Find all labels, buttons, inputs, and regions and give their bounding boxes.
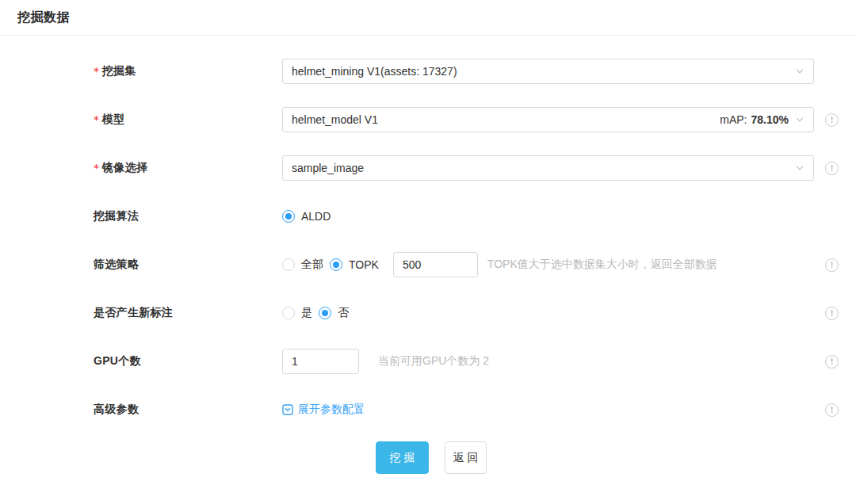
image-select[interactable]: sample_image bbox=[282, 155, 814, 181]
radio-button-icon bbox=[282, 258, 295, 271]
radio-no[interactable]: 否 bbox=[319, 306, 349, 320]
gpu-label: GPU个数 bbox=[94, 354, 282, 368]
form-row-mining-set: * 挖掘集 helmet_mining V1(assets: 17327) bbox=[94, 59, 839, 84]
model-label: * 模型 bbox=[94, 113, 282, 127]
form-row-new-annotation: 是否产生新标注 是 否 ! bbox=[94, 300, 839, 326]
form-row-image-select: * 镜像选择 sample_image ! bbox=[94, 155, 839, 181]
form-row-advanced: 高级参数 展开参数配置 ! bbox=[94, 397, 839, 422]
mining-set-select[interactable]: helmet_mining V1(assets: 17327) bbox=[282, 59, 814, 84]
topk-input[interactable] bbox=[393, 252, 478, 277]
radio-aldd[interactable]: ALDD bbox=[282, 210, 331, 223]
info-icon[interactable]: ! bbox=[825, 113, 839, 127]
radio-button-icon bbox=[282, 307, 295, 319]
required-mark: * bbox=[94, 65, 99, 78]
required-mark: * bbox=[94, 162, 99, 174]
map-value: 78.10% bbox=[751, 113, 789, 126]
model-value: helmet_model V1 bbox=[292, 113, 720, 126]
radio-button-icon bbox=[330, 258, 342, 271]
required-mark: * bbox=[94, 113, 99, 126]
expand-params-link[interactable]: 展开参数配置 bbox=[282, 403, 365, 417]
mining-set-label: * 挖掘集 bbox=[94, 64, 282, 78]
info-icon[interactable]: ! bbox=[825, 403, 839, 417]
image-select-value: sample_image bbox=[292, 162, 795, 174]
algorithm-label: 挖掘算法 bbox=[94, 209, 282, 223]
expand-params-label: 展开参数配置 bbox=[298, 403, 365, 417]
radio-button-icon bbox=[319, 307, 331, 319]
chevron-down-icon bbox=[795, 115, 804, 124]
info-icon[interactable]: ! bbox=[825, 162, 839, 175]
new-annotation-label: 是否产生新标注 bbox=[94, 306, 282, 320]
mining-set-value: helmet_mining V1(assets: 17327) bbox=[292, 65, 795, 78]
mining-form: * 挖掘集 helmet_mining V1(assets: 17327) * … bbox=[0, 36, 856, 474]
form-row-algorithm: 挖掘算法 ALDD bbox=[94, 204, 839, 229]
radio-topk[interactable]: TOPK bbox=[330, 258, 379, 271]
gpu-count-input[interactable] bbox=[282, 349, 359, 374]
radio-yes[interactable]: 是 bbox=[282, 306, 312, 320]
image-select-label: * 镜像选择 bbox=[94, 161, 282, 175]
chevron-down-icon bbox=[795, 67, 804, 76]
model-map-score: mAP:78.10% bbox=[720, 113, 789, 126]
strategy-label: 筛选策略 bbox=[94, 258, 282, 272]
form-row-model: * 模型 helmet_model V1 mAP:78.10% ! bbox=[94, 107, 839, 132]
page-title: 挖掘数据 bbox=[17, 10, 70, 26]
form-row-gpu: GPU个数 当前可用GPU个数为 2 ! bbox=[94, 349, 839, 374]
radio-all[interactable]: 全部 bbox=[282, 258, 323, 272]
info-icon[interactable]: ! bbox=[825, 258, 839, 272]
info-icon[interactable]: ! bbox=[825, 355, 839, 368]
model-select[interactable]: helmet_model V1 mAP:78.10% bbox=[282, 107, 814, 132]
mine-button[interactable]: 挖 掘 bbox=[376, 441, 429, 474]
radio-button-icon bbox=[282, 210, 295, 223]
back-button[interactable]: 返 回 bbox=[445, 441, 487, 474]
expand-caret-box-icon bbox=[282, 404, 293, 415]
form-actions: 挖 掘 返 回 bbox=[94, 441, 839, 474]
page-header: 挖掘数据 bbox=[0, 0, 856, 36]
form-row-strategy: 筛选策略 全部 TOPK TOPK值大于选中数据集大小时，返回全部数据 ! bbox=[94, 252, 839, 277]
advanced-label: 高级参数 bbox=[94, 403, 282, 417]
chevron-down-icon bbox=[795, 163, 804, 173]
topk-hint: TOPK值大于选中数据集大小时，返回全部数据 bbox=[487, 258, 717, 272]
info-icon[interactable]: ! bbox=[825, 307, 839, 320]
gpu-hint: 当前可用GPU个数为 2 bbox=[378, 354, 489, 368]
